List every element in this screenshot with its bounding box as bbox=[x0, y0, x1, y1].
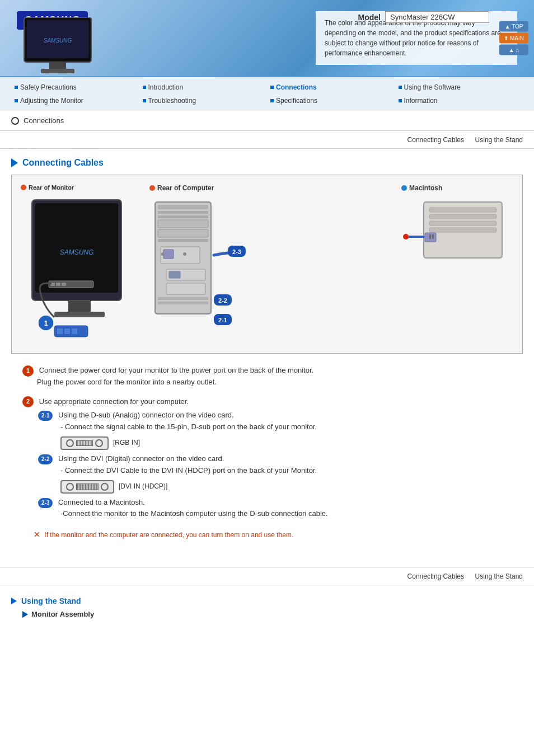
mac-svg bbox=[401, 196, 508, 264]
svg-rect-21 bbox=[158, 205, 208, 209]
rear-monitor-label: Rear of Monitor bbox=[21, 184, 144, 191]
instruction-list: 1 Connect the power cord for your monito… bbox=[11, 365, 523, 541]
svg-rect-46 bbox=[429, 228, 496, 232]
nav-bullet bbox=[143, 99, 146, 102]
monitor-assembly-row: Monitor Assembly bbox=[22, 610, 523, 618]
dvi-port-container: [DVI IN (HDCP)] bbox=[60, 480, 512, 494]
tab-bottom-connecting-cables[interactable]: Connecting Cables bbox=[407, 572, 464, 580]
nav-menu: Safety Precautions Introduction Connecti… bbox=[0, 76, 534, 111]
nav-information[interactable]: Information bbox=[395, 95, 523, 106]
macintosh-panel: Macintosh bbox=[401, 184, 513, 265]
inst-sub-num-2-1: 2-1 bbox=[38, 411, 53, 421]
nav-adjusting[interactable]: Adjusting the Monitor bbox=[11, 95, 139, 106]
note-item: ✕ If the monitor and the computer are co… bbox=[34, 528, 500, 541]
connecting-cables-section: Connecting Cables Rear of Monitor SAMSUN… bbox=[0, 149, 534, 561]
conn-pins bbox=[76, 440, 93, 446]
svg-rect-28 bbox=[163, 250, 174, 259]
svg-rect-48 bbox=[429, 234, 431, 239]
svg-text:2-2: 2-2 bbox=[218, 297, 227, 304]
dvi-port-visual bbox=[60, 480, 114, 494]
section-arrow2-icon bbox=[11, 598, 17, 604]
inst-num-2: 2 bbox=[22, 396, 34, 407]
dot-blue-icon bbox=[401, 185, 407, 191]
monitor-svg: SAMSUNG 1 bbox=[21, 194, 138, 340]
page-header: SAMSUNG SAMSUNG The color and appearance… bbox=[0, 0, 534, 76]
conn-circle-right bbox=[95, 439, 103, 447]
section-title-stand: Using the Stand bbox=[11, 597, 523, 605]
tab-bottom-using-stand[interactable]: Using the Stand bbox=[475, 572, 523, 580]
section-title-connecting: Connecting Cables bbox=[11, 158, 523, 168]
inst-text-2: Use appropriate connection for your comp… bbox=[39, 397, 189, 406]
model-area: Model bbox=[358, 11, 489, 23]
mac-label: Macintosh bbox=[401, 184, 513, 192]
nav-software[interactable]: Using the Software bbox=[395, 82, 523, 93]
top-button[interactable]: ▲ TOP bbox=[499, 21, 528, 32]
inst-text-1a: Connect the power cord for your monitor … bbox=[39, 366, 314, 374]
instruction-item-1: 1 Connect the power cord for your monito… bbox=[22, 365, 512, 388]
svg-rect-10 bbox=[49, 281, 93, 288]
computer-svg: 2-3 2-2 2-1 bbox=[149, 196, 250, 331]
svg-rect-43 bbox=[429, 208, 496, 212]
model-input[interactable] bbox=[385, 11, 489, 23]
svg-rect-32 bbox=[169, 271, 180, 278]
svg-rect-19 bbox=[72, 328, 77, 334]
rgb-port-container: [RGB IN] bbox=[60, 436, 512, 450]
svg-rect-17 bbox=[57, 328, 63, 334]
nav-troubleshooting[interactable]: Troubleshooting bbox=[139, 95, 268, 106]
inst-sub-2-2: 2-2 Using the DVI (Digital) connector on… bbox=[38, 453, 512, 494]
inst-sub-detail-2-1: - Connect the signal cable to the 15-pin… bbox=[60, 422, 317, 431]
nav-bullet bbox=[399, 99, 402, 102]
home-button[interactable]: ▲ ⌂ bbox=[499, 45, 528, 55]
svg-rect-6 bbox=[35, 203, 118, 293]
nav-bullet bbox=[143, 86, 146, 89]
nav-bullet bbox=[15, 86, 18, 89]
nav-safety[interactable]: Safety Precautions bbox=[11, 82, 139, 93]
svg-text:2-3: 2-3 bbox=[232, 248, 241, 255]
main-button[interactable]: ⬆ MAIN bbox=[499, 33, 528, 44]
dot-orange-icon bbox=[21, 185, 26, 190]
svg-rect-25 bbox=[158, 229, 208, 237]
tab-using-stand[interactable]: Using the Stand bbox=[475, 136, 523, 144]
svg-rect-13 bbox=[62, 283, 66, 286]
svg-rect-18 bbox=[64, 328, 70, 334]
inst-sub-2-1: 2-1 Using the D-sub (Analog) connector o… bbox=[38, 410, 512, 450]
svg-rect-4 bbox=[41, 69, 74, 73]
svg-rect-34 bbox=[158, 297, 208, 300]
monitor-illustration: SAMSUNG bbox=[16, 17, 100, 76]
nav-connections[interactable]: Connections bbox=[267, 82, 395, 93]
nav-introduction[interactable]: Introduction bbox=[139, 82, 268, 93]
svg-rect-26 bbox=[158, 239, 208, 242]
monitor-assembly-item: Monitor Assembly bbox=[22, 610, 523, 618]
svg-rect-24 bbox=[158, 220, 208, 228]
nav-bullet bbox=[270, 99, 274, 102]
note-symbol: ✕ bbox=[34, 530, 40, 539]
svg-rect-35 bbox=[158, 302, 208, 304]
instruction-item-2: 2 Use appropriate connection for your co… bbox=[22, 396, 512, 520]
dvi-conn-left bbox=[66, 483, 74, 491]
inst-sub-2-3: 2-3 Connected to a Macintosh. -Connect t… bbox=[38, 497, 512, 520]
svg-rect-3 bbox=[49, 62, 66, 69]
svg-text:2-1: 2-1 bbox=[218, 317, 227, 323]
inst-sub-text-2-1: Using the D-sub (Analog) connector on th… bbox=[58, 411, 234, 419]
dvi-conn-pins bbox=[76, 483, 99, 490]
rear-monitor-panel: Rear of Monitor SAMSUNG bbox=[21, 184, 144, 341]
svg-rect-33 bbox=[166, 283, 205, 294]
nav-specifications[interactable]: Specifications bbox=[267, 95, 395, 106]
inst-num-1: 1 bbox=[22, 365, 34, 377]
tab-nav-top: Connecting Cables Using the Stand bbox=[0, 131, 534, 149]
inst-sub-num-2-2: 2-2 bbox=[38, 454, 53, 464]
rgb-port-visual bbox=[60, 436, 109, 450]
dvi-port-label: [DVI IN (HDCP)] bbox=[119, 481, 167, 492]
diagram-box: Rear of Monitor SAMSUNG bbox=[11, 175, 523, 354]
note-text: If the monitor and the computer are conn… bbox=[44, 531, 293, 539]
inst-text-1b: Plug the power cord for the monitor into… bbox=[37, 378, 217, 386]
side-navigation: ▲ TOP ⬆ MAIN ▲ ⌂ bbox=[499, 21, 528, 55]
svg-rect-22 bbox=[158, 211, 208, 214]
svg-point-29 bbox=[161, 252, 165, 256]
svg-text:SAMSUNG: SAMSUNG bbox=[60, 248, 94, 256]
tab-connecting-cables[interactable]: Connecting Cables bbox=[407, 136, 464, 144]
using-stand-section: Using the Stand Monitor Assembly bbox=[0, 591, 534, 624]
inst-sub-text-2-3: Connected to a Macintosh. bbox=[58, 498, 145, 506]
conn-circle-left bbox=[66, 439, 74, 447]
inst-sub-detail-2-3: -Connect the monitor to the Macintosh co… bbox=[60, 509, 328, 518]
